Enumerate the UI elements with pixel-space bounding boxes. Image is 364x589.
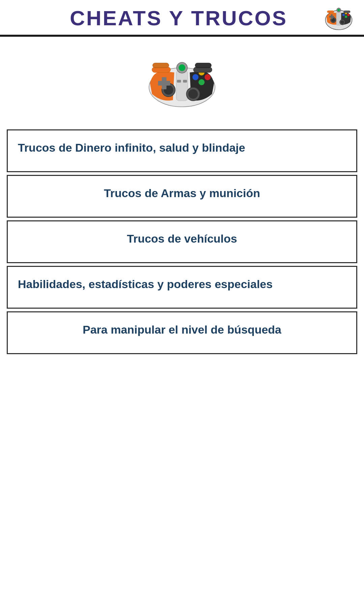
svg-rect-17: [176, 70, 188, 101]
svg-point-10: [342, 14, 345, 16]
menu-list: Trucos de Dinero infinito, salud y blind…: [0, 129, 364, 357]
svg-point-29: [179, 64, 185, 71]
menu-item-dinero-label: Trucos de Dinero infinito, salud y blind…: [18, 141, 245, 154]
menu-item-busqueda[interactable]: Para manipular el nivel de búsqueda: [7, 311, 357, 354]
header: CHEATS Y TRUCOS: [0, 0, 364, 35]
svg-rect-7: [329, 16, 334, 18]
center-controller-section: [0, 37, 364, 129]
menu-item-vehiculos[interactable]: Trucos de vehículos: [7, 220, 357, 263]
svg-rect-23: [158, 81, 170, 86]
menu-item-armas-label: Trucos de Armas y munición: [104, 187, 260, 199]
menu-item-habilidades[interactable]: Habilidades, estadísticas y poderes espe…: [7, 266, 357, 309]
svg-rect-15: [343, 11, 350, 13]
menu-item-armas[interactable]: Trucos de Armas y munición: [7, 175, 357, 218]
site-title: CHEATS Y TRUCOS: [70, 6, 287, 30]
svg-point-8: [345, 16, 347, 18]
svg-rect-32: [153, 63, 169, 68]
center-controller-icon: [147, 54, 217, 109]
menu-item-habilidades-label: Habilidades, estadísticas y poderes espe…: [18, 278, 273, 290]
svg-point-26: [192, 74, 199, 80]
header-controller-icon: [324, 3, 354, 34]
menu-item-dinero[interactable]: Trucos de Dinero infinito, salud y blind…: [7, 129, 357, 172]
menu-item-busqueda-label: Para manipular el nivel de búsqueda: [83, 323, 281, 336]
svg-point-21: [188, 89, 198, 99]
svg-rect-34: [177, 80, 181, 83]
svg-rect-33: [195, 63, 211, 68]
svg-point-13: [337, 9, 340, 11]
menu-item-vehiculos-label: Trucos de vehículos: [127, 232, 237, 245]
svg-rect-14: [327, 11, 334, 13]
svg-rect-35: [183, 80, 187, 83]
svg-point-24: [199, 79, 205, 85]
svg-point-9: [347, 14, 350, 16]
svg-point-5: [340, 20, 344, 24]
svg-point-25: [205, 74, 211, 80]
